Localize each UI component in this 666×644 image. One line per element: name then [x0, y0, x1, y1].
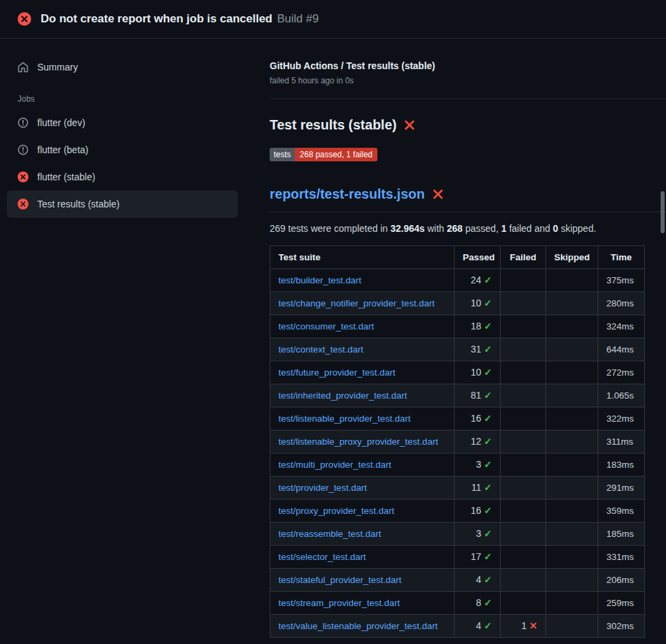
test-suite-link[interactable]: test/context_test.dart [278, 344, 363, 355]
test-suite-link[interactable]: test/proxy_provider_test.dart [278, 506, 394, 516]
test-suite-link[interactable]: test/stream_provider_test.dart [278, 598, 400, 608]
check-icon: ✓ [484, 505, 492, 516]
results-table: Test suite Passed Failed Skipped Time te… [270, 245, 645, 638]
table-row: test/value_listenable_provider_test.dart… [270, 615, 645, 638]
skipped-cell [546, 407, 598, 430]
test-suite-link[interactable]: test/change_notifier_provider_test.dart [278, 298, 434, 308]
passed-cell: 31✓ [455, 338, 501, 361]
summary-line: 269 tests were completed in 32.964s with… [270, 223, 666, 234]
passed-count: 31 [471, 344, 482, 355]
table-row: test/proxy_provider_test.dart16✓359ms [270, 500, 645, 523]
passed-count: 4 [476, 620, 481, 631]
test-suite-link[interactable]: test/listenable_proxy_provider_test.dart [278, 437, 438, 447]
passed-count: 3 [476, 528, 481, 539]
skipped-cell [546, 523, 598, 546]
passed-count: 4 [476, 574, 481, 585]
x-circle-icon [18, 172, 28, 182]
failed-cell [501, 361, 546, 384]
time-cell: 272ms [598, 361, 645, 384]
time-cell: 375ms [598, 269, 645, 292]
failed-cell [501, 477, 546, 500]
test-suite-link[interactable]: test/inherited_provider_test.dart [278, 390, 407, 401]
check-icon: ✓ [484, 321, 492, 331]
time-cell: 1.065s [598, 384, 645, 407]
time-cell: 302ms [598, 615, 645, 638]
failed-cell: 1✕ [501, 615, 546, 638]
sidebar-item-flutter-stable[interactable]: flutter (stable) [7, 163, 238, 190]
test-suite-link[interactable]: test/value_listenable_provider_test.dart [278, 621, 438, 631]
passed-cell: 10✓ [455, 292, 501, 315]
failed-cell [501, 500, 546, 523]
suite-cell: test/change_notifier_provider_test.dart [270, 292, 455, 315]
failed-x-icon [432, 188, 444, 200]
test-suite-link[interactable]: test/multi_provider_test.dart [278, 460, 392, 470]
failed-cell [501, 569, 546, 592]
test-suite-link[interactable]: test/reassemble_test.dart [278, 529, 381, 539]
test-suite-link[interactable]: test/selector_test.dart [278, 552, 366, 562]
failed-x-icon [404, 119, 415, 131]
report-title-link[interactable]: reports/test-results.json [270, 186, 666, 212]
table-row: test/listenable_provider_test.dart16✓322… [270, 407, 645, 430]
passed-cell: 10✓ [455, 361, 501, 384]
main-content: GitHub Actions / Test results (stable) f… [270, 39, 666, 638]
run-title: Do not create report when job is cancell… [41, 12, 272, 25]
run-header: Do not create report when job is cancell… [0, 0, 666, 39]
failed-cell [501, 546, 546, 569]
sidebar-item-test-results-stable[interactable]: Test results (stable) [7, 190, 238, 218]
column-header-test-suite: Test suite [270, 246, 455, 269]
skipped-cell [546, 338, 598, 361]
sidebar-item-flutter-beta[interactable]: flutter (beta) [7, 136, 238, 163]
skipped-cell [546, 569, 598, 592]
tests-badge: tests 268 passed, 1 failed [270, 148, 377, 161]
test-suite-link[interactable]: test/consumer_test.dart [278, 321, 374, 331]
suite-cell: test/proxy_provider_test.dart [270, 500, 455, 523]
passed-cell: 16✓ [455, 500, 501, 523]
test-suite-link[interactable]: test/future_provider_test.dart [278, 367, 396, 378]
skipped-cell [546, 500, 598, 523]
table-row: test/provider_test.dart11✓291ms [270, 477, 645, 500]
test-suite-link[interactable]: test/stateful_provider_test.dart [278, 575, 402, 585]
check-icon: ✓ [484, 344, 492, 355]
table-row: test/change_notifier_provider_test.dart1… [270, 292, 645, 315]
x-circle-icon [18, 199, 28, 209]
x-circle-icon [18, 12, 31, 26]
test-suite-link[interactable]: test/provider_test.dart [278, 483, 367, 493]
breadcrumb: GitHub Actions / Test results (stable) [270, 60, 666, 71]
report-title-text: reports/test-results.json [270, 186, 425, 203]
test-suite-link[interactable]: test/listenable_provider_test.dart [278, 414, 411, 424]
run-meta: failed 5 hours ago in 0s [270, 76, 666, 85]
suite-cell: test/reassemble_test.dart [270, 523, 455, 546]
passed-cell: 18✓ [455, 315, 501, 338]
table-row: test/builder_test.dart24✓375ms [270, 269, 645, 292]
sidebar-item-label: Test results (stable) [37, 198, 119, 210]
skipped-cell [546, 384, 598, 407]
passed-count: 24 [471, 275, 482, 285]
check-icon: ✓ [484, 459, 492, 470]
failed-cell [501, 269, 546, 292]
skipped-cell [546, 269, 598, 292]
passed-count: 17 [471, 551, 482, 562]
badge-label: tests [270, 148, 295, 161]
suite-cell: test/listenable_provider_test.dart [270, 407, 455, 430]
sidebar-item-label: flutter (stable) [37, 171, 96, 183]
suite-cell: test/inherited_provider_test.dart [270, 384, 455, 407]
skipped-cell [546, 454, 598, 477]
passed-cell: 24✓ [455, 269, 501, 292]
time-cell: 185ms [598, 523, 645, 546]
skipped-cell [546, 592, 598, 615]
suite-cell: test/selector_test.dart [270, 546, 455, 569]
failed-cell [501, 407, 546, 430]
scrollbar-thumb[interactable] [661, 191, 665, 233]
passed-cell: 3✓ [455, 523, 501, 546]
table-row: test/future_provider_test.dart10✓272ms [270, 361, 645, 384]
time-cell: 291ms [598, 477, 645, 500]
sidebar-item-flutter-dev[interactable]: flutter (dev) [7, 109, 238, 136]
summary-duration: 32.964s [390, 223, 425, 234]
sidebar-item-summary[interactable]: Summary [7, 54, 238, 81]
check-icon: ✓ [484, 551, 492, 562]
time-cell: 644ms [598, 338, 645, 361]
home-icon [18, 62, 28, 73]
table-row: test/reassemble_test.dart3✓185ms [270, 523, 645, 546]
test-suite-link[interactable]: test/builder_test.dart [278, 275, 361, 285]
alert-circle-icon [18, 117, 28, 128]
